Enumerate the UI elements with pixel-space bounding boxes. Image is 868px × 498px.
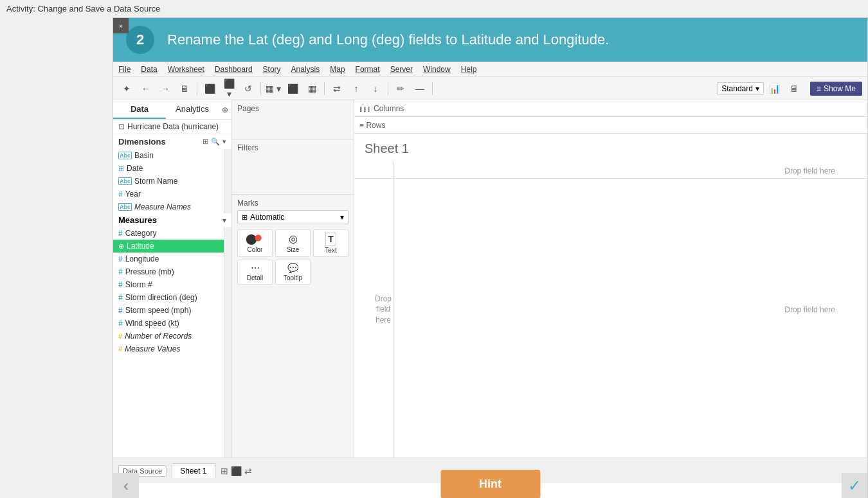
menu-bar: File Data Worksheet Dashboard Story Anal… bbox=[113, 62, 867, 77]
collapse-button[interactable]: » bbox=[113, 18, 129, 33]
field-measure-values[interactable]: # Measure Values bbox=[113, 342, 224, 355]
measures-chevron[interactable]: ▾ bbox=[222, 216, 226, 225]
marks-detail-btn[interactable]: ⋯ Detail bbox=[237, 260, 273, 285]
toolbar-home[interactable]: ✦ bbox=[118, 80, 135, 97]
measures-list-container: # Category ⊕ Latitude # Longitude # bbox=[113, 227, 231, 458]
scrollbar-dimensions[interactable] bbox=[224, 149, 231, 213]
drop-field-left[interactable]: Drop field here bbox=[375, 293, 392, 325]
hint-button[interactable]: Hint bbox=[440, 470, 540, 498]
search-icon[interactable]: 🔍 bbox=[211, 138, 220, 146]
field-latitude[interactable]: ⊕ Latitude bbox=[113, 240, 224, 253]
rows-icon: ≡ bbox=[359, 121, 363, 129]
nav-prev-button[interactable]: ‹ bbox=[113, 473, 139, 498]
toolbar-duplicate[interactable]: ⬛ bbox=[284, 80, 301, 97]
show-me-icon: ≡ bbox=[817, 84, 821, 93]
toolbar-filter[interactable]: — bbox=[411, 80, 428, 97]
horizontal-divider bbox=[354, 178, 867, 179]
menu-server[interactable]: Server bbox=[390, 65, 413, 74]
field-year[interactable]: # Year bbox=[113, 188, 224, 200]
scrollbar-measures[interactable] bbox=[224, 227, 231, 458]
menu-help[interactable]: Help bbox=[461, 65, 477, 74]
toolbar-back[interactable]: ← bbox=[138, 80, 154, 97]
pages-section: Pages bbox=[232, 100, 354, 139]
marks-type-dropdown[interactable]: ⊞ Automatic ▾ bbox=[237, 210, 348, 224]
toolbar-pen[interactable]: ✏ bbox=[392, 80, 409, 97]
type-icon-hash-orange: # bbox=[118, 332, 122, 340]
field-num-records[interactable]: # Number of Records bbox=[113, 330, 224, 342]
marks-tooltip-btn[interactable]: 💬 Tooltip bbox=[275, 260, 311, 285]
duplicate-sheet-icon[interactable]: ⬛ bbox=[231, 466, 242, 476]
filters-label: Filters bbox=[237, 143, 348, 152]
field-longitude[interactable]: # Longitude bbox=[113, 253, 224, 265]
field-storm-num[interactable]: # Storm # bbox=[113, 278, 224, 291]
type-icon-hash: # bbox=[118, 254, 123, 263]
marks-type-label: ⊞ Automatic bbox=[242, 213, 284, 222]
marks-text-btn[interactable]: T Text bbox=[313, 229, 348, 257]
swap-sheet-icon[interactable]: ⇄ bbox=[244, 466, 252, 476]
field-name: Date bbox=[127, 164, 143, 173]
field-date[interactable]: ⊞ Date bbox=[113, 162, 224, 175]
menu-worksheet[interactable]: Worksheet bbox=[168, 65, 204, 74]
field-storm-speed[interactable]: # Storm speed (mph) bbox=[113, 304, 224, 317]
separator-1 bbox=[197, 82, 197, 95]
add-sheet-icon[interactable]: ⊞ bbox=[221, 466, 228, 476]
columns-shelf: ⫿⫿⫿ Columns bbox=[354, 100, 867, 117]
field-storm-direction[interactable]: # Storm direction (deg) bbox=[113, 291, 224, 304]
field-wind-speed[interactable]: # Wind speed (kt) bbox=[113, 317, 224, 330]
nav-next-button[interactable]: ✓ bbox=[842, 473, 867, 498]
filters-section: Filters bbox=[232, 139, 354, 195]
toolbar-swap[interactable]: ⇄ bbox=[329, 80, 345, 97]
sheet-1-tab[interactable]: Sheet 1 bbox=[172, 463, 215, 478]
toolbar-chart[interactable]: 📊 bbox=[766, 80, 783, 97]
menu-map[interactable]: Map bbox=[330, 65, 345, 74]
toolbar-connect[interactable]: ⬛ ▾ bbox=[221, 80, 237, 97]
tab-analytics[interactable]: Analytics bbox=[166, 100, 219, 119]
toolbar-sort-desc[interactable]: ↓ bbox=[367, 80, 384, 97]
field-category[interactable]: # Category bbox=[113, 227, 224, 240]
field-pressure[interactable]: # Pressure (mb) bbox=[113, 265, 224, 278]
marks-size-btn[interactable]: ◎ Size bbox=[275, 229, 311, 257]
field-storm-name[interactable]: Abc Storm Name bbox=[113, 175, 224, 188]
marks-color-btn[interactable]: ⬤⬤ Color bbox=[237, 229, 273, 257]
standard-dropdown[interactable]: Standard ▾ bbox=[717, 82, 764, 95]
chevron-down-icon[interactable]: ▾ bbox=[222, 138, 226, 146]
main-area: Data Analytics ⊕ ⊡ Hurricane Data (hurri… bbox=[113, 100, 867, 458]
type-icon-abc: Abc bbox=[118, 152, 132, 159]
panel-expand[interactable]: ⊕ bbox=[219, 100, 231, 119]
drop-field-center[interactable]: Drop field here bbox=[784, 305, 835, 314]
field-measure-names[interactable]: Abc Measure Names bbox=[113, 200, 224, 213]
field-name: Latitude bbox=[127, 242, 154, 251]
marks-type-icon: ⊞ bbox=[242, 213, 248, 222]
menu-story[interactable]: Story bbox=[263, 65, 281, 74]
toolbar-save[interactable]: 🖥 bbox=[176, 80, 193, 97]
toolbar-clear[interactable]: ▦ bbox=[303, 80, 320, 97]
toolbar-forward[interactable]: → bbox=[157, 80, 174, 97]
tab-data[interactable]: Data bbox=[113, 100, 166, 119]
pages-drop-area[interactable] bbox=[237, 116, 348, 135]
marks-section: Marks ⊞ Automatic ▾ ⬤⬤ Color bbox=[232, 195, 354, 289]
menu-format[interactable]: Format bbox=[356, 65, 380, 74]
pages-label: Pages bbox=[237, 104, 348, 113]
show-me-button[interactable]: ≡ Show Me bbox=[810, 82, 862, 96]
marks-type-text: Automatic bbox=[250, 213, 284, 222]
toolbar-screen[interactable]: 🖥 bbox=[786, 80, 802, 97]
toolbar-sort-asc[interactable]: ↑ bbox=[348, 80, 365, 97]
toolbar-new-sheet[interactable]: ▦ ▾ bbox=[265, 80, 282, 97]
menu-file[interactable]: File bbox=[118, 65, 131, 74]
chevron-down-icon: ▾ bbox=[340, 213, 344, 222]
grid-icon[interactable]: ⊞ bbox=[203, 138, 208, 146]
toolbar-datasource[interactable]: ⬛ bbox=[201, 80, 218, 97]
database-icon: ⊡ bbox=[118, 122, 125, 131]
menu-analysis[interactable]: Analysis bbox=[291, 65, 320, 74]
activity-title: Activity: Change and Save a Data Source bbox=[0, 0, 868, 17]
text-icon: T bbox=[325, 233, 336, 245]
menu-window[interactable]: Window bbox=[423, 65, 451, 74]
size-icon: ◎ bbox=[289, 233, 298, 245]
menu-data[interactable]: Data bbox=[141, 65, 157, 74]
field-basin[interactable]: Abc Basin bbox=[113, 149, 224, 162]
filters-drop-area[interactable] bbox=[237, 155, 348, 190]
drop-field-top[interactable]: Drop field here bbox=[784, 166, 835, 175]
field-name: Year bbox=[125, 190, 141, 199]
menu-dashboard[interactable]: Dashboard bbox=[215, 65, 253, 74]
toolbar-refresh[interactable]: ↺ bbox=[240, 80, 257, 97]
